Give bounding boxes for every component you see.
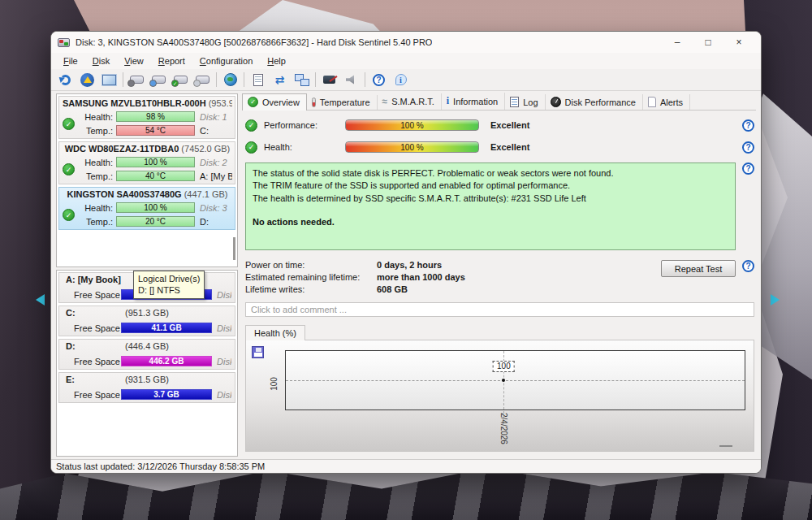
maximize-button[interactable]: □	[693, 32, 723, 52]
status-no-action: No actions needed.	[253, 216, 728, 228]
gauge-icon	[551, 97, 561, 107]
close-button[interactable]: ×	[723, 32, 754, 52]
health-label: Health:	[80, 112, 116, 122]
disk-number: Disk: 2	[195, 158, 232, 167]
lifetime-writes-label: Lifetime writes:	[245, 284, 377, 294]
disk-analyze-icon[interactable]	[192, 70, 214, 89]
disk-number: Disk: 2	[212, 290, 231, 300]
screenshot-icon[interactable]	[98, 70, 120, 89]
drive-card-d[interactable]: D: (446.4 GB) Free Space 446.2 GB Disk: …	[58, 339, 235, 370]
minimize-button[interactable]: –	[662, 32, 693, 52]
remote-monitor-icon[interactable]	[318, 70, 340, 89]
refresh-icon[interactable]	[54, 70, 76, 89]
help-icon[interactable]: ?	[742, 141, 754, 154]
toolbar-separator	[244, 72, 244, 87]
temp-bar: 20 °C	[116, 216, 195, 227]
sidebar: SAMSUNG MZVLB1T0HBLR-000H (953.9 GB) ✓ H…	[56, 93, 238, 457]
tab-smart[interactable]: ≈ S.M.A.R.T.	[378, 93, 442, 110]
disk-test-icon[interactable]	[126, 70, 148, 89]
disk-number: Disk: 3	[195, 203, 232, 213]
tabstrip: ✓ Overview Temperature ≈ S.M.A.R.T. i In…	[242, 93, 756, 110]
drive-letter: A: [My Book]	[63, 275, 121, 284]
help-icon[interactable]: ?	[742, 162, 754, 175]
help-icon[interactable]: ?	[742, 260, 754, 272]
lifetime-writes-value: 608 GB	[377, 284, 408, 294]
stats-section: Power on time: 0 days, 2 hours Estimated…	[245, 258, 754, 295]
sound-alerts-icon[interactable]	[340, 70, 362, 89]
status-line: The health is determined by SSD specific…	[253, 193, 728, 205]
disk-card-wdc[interactable]: WDC WD80EZAZ-11TDBA0 (7452.0 GB) ✓ Healt…	[58, 141, 235, 184]
drive-card-c[interactable]: C: (951.3 GB) Free Space 41.1 GB Disk: 1	[58, 306, 235, 336]
disk-capacity: (447.1 GB)	[184, 189, 228, 199]
window-title: Disk: 3, KINGSTON SA400S37480G [50026876…	[76, 37, 432, 47]
menu-disk[interactable]: Disk	[85, 54, 117, 67]
tooltip-line2: D: [] NTFS	[138, 284, 200, 296]
disk-card-samsung[interactable]: SAMSUNG MZVLB1T0HBLR-000H (953.9 GB) ✓ H…	[58, 96, 235, 139]
help-icon[interactable]: ?	[742, 119, 754, 132]
health-bar: 100 %	[116, 202, 195, 213]
chart-tab-health[interactable]: Health (%)	[245, 325, 305, 340]
repeat-test-button[interactable]: Repeat Test	[661, 260, 736, 277]
thermometer-icon	[312, 98, 316, 107]
information-icon[interactable]: i	[390, 70, 412, 89]
report-icon[interactable]	[247, 70, 269, 89]
chart-resize-grip[interactable]	[719, 445, 732, 447]
disk-list: SAMSUNG MZVLB1T0HBLR-000H (953.9 GB) ✓ H…	[56, 93, 238, 267]
power-on-time-value: 0 days, 2 hours	[377, 260, 442, 270]
menu-file[interactable]: File	[56, 54, 85, 67]
sync-data-icon[interactable]: ⇄	[269, 70, 291, 89]
alert-settings-icon[interactable]	[76, 70, 98, 89]
tab-information[interactable]: i Information	[442, 93, 505, 110]
remaining-lifetime-label: Estimated remaining lifetime:	[245, 272, 377, 282]
drive-letter: D:	[195, 217, 232, 227]
free-space-label: Free Space	[63, 390, 121, 400]
drive-capacity: (446.4 GB)	[125, 341, 169, 351]
drive-letter: A: [My Boo	[195, 171, 232, 181]
disk-number: Disk: 0	[212, 390, 231, 400]
menu-report[interactable]: Report	[151, 54, 192, 67]
performance-rating: Excellent	[479, 120, 742, 130]
health-chart: 100 100 2/4/2026	[245, 340, 754, 452]
status-section: The status of the solid state disk is PE…	[245, 162, 754, 250]
disk-name: SAMSUNG MZVLB1T0HBLR-000H	[63, 98, 206, 108]
tab-temperature[interactable]: Temperature	[307, 95, 378, 110]
health-rating: Excellent	[479, 142, 742, 152]
tab-log[interactable]: Log	[505, 94, 545, 110]
status-line: The TRIM feature of the SSD is supported…	[253, 180, 728, 192]
status-text-box: The status of the solid state disk is PE…	[245, 162, 736, 250]
menu-help[interactable]: Help	[260, 54, 293, 67]
disk-number: Disk: 1	[212, 323, 231, 333]
menubar: File Disk View Report Configuration Help	[51, 53, 761, 69]
temp-label: Temp.:	[80, 126, 116, 136]
log-document-icon	[510, 97, 519, 107]
temp-bar: 54 °C	[116, 125, 195, 136]
overview-check-icon: ✓	[248, 97, 258, 107]
titlebar[interactable]: Disk: 3, KINGSTON SA400S37480G [50026876…	[51, 32, 761, 53]
health-label: Health:	[264, 142, 345, 152]
comment-input[interactable]: Click to add comment ...	[245, 302, 754, 317]
performance-label: Performance:	[264, 120, 345, 130]
menu-view[interactable]: View	[117, 54, 151, 67]
network-disks-icon[interactable]	[219, 70, 241, 89]
drive-letter: E:	[63, 375, 75, 384]
disk-list-scrollbar[interactable]	[233, 237, 235, 260]
drive-letter: D:	[63, 341, 76, 351]
tab-overview[interactable]: ✓ Overview	[242, 93, 307, 110]
disk-card-kingston-selected[interactable]: KINGSTON SA400S37480G (447.1 GB) ✓ Healt…	[58, 187, 235, 230]
performance-bar: 100 %	[345, 119, 479, 131]
network-icon[interactable]	[291, 70, 313, 89]
status-last-updated: Status last updated: 3/12/2026 Thursday …	[56, 462, 265, 471]
menu-configuration[interactable]: Configuration	[192, 54, 260, 67]
status-ok-icon: ✓	[63, 163, 75, 176]
disk-number: Disk: 3	[212, 357, 231, 366]
window-controls: – □ ×	[662, 32, 754, 52]
chart-y-tick: 100	[270, 377, 279, 391]
disk-ok-icon[interactable]: ✓	[170, 70, 192, 89]
help-icon[interactable]: ?	[368, 70, 390, 89]
tab-alerts[interactable]: Alerts	[643, 94, 690, 110]
disk-schedule-icon[interactable]	[148, 70, 170, 89]
tab-disk-performance[interactable]: Disk Performance	[546, 94, 643, 110]
health-bar: 98 %	[116, 111, 195, 122]
drive-card-e[interactable]: E: (931.5 GB) Free Space 3.7 GB Disk: 0	[58, 372, 235, 403]
save-chart-icon[interactable]	[252, 346, 264, 358]
